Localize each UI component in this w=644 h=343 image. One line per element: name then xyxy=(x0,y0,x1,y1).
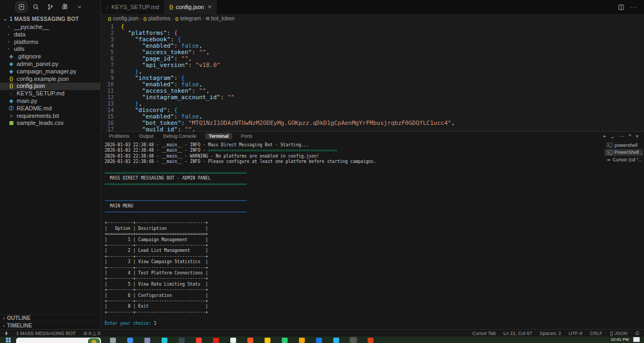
terminal-line: Enter your choice: 1 xyxy=(105,321,603,326)
sidebar-item--gitignore[interactable]: ◈.gitignore xyxy=(0,53,100,61)
search-icon[interactable] xyxy=(31,2,41,12)
braces-icon: {} xyxy=(108,16,111,21)
breadcrumb-item-platforms[interactable]: {}platforms xyxy=(143,16,170,21)
status-language-mode[interactable]: {} JSON xyxy=(610,331,627,336)
terminal-output[interactable]: 2026-01-03 22:38:48 - __main__ - INFO - … xyxy=(105,143,603,329)
sidebar-item-main-py[interactable]: ◆main.py xyxy=(0,98,100,105)
file-label: data xyxy=(14,31,25,39)
taskbar-app-icon-6[interactable] xyxy=(196,338,202,343)
status-remote-indicator[interactable] xyxy=(4,331,9,336)
activity-bar xyxy=(0,0,100,14)
panel-tab-debug-console[interactable]: Debug Console xyxy=(162,133,197,139)
tab-label: KEYS_SETUP.md xyxy=(112,4,159,10)
terminal-line: 2026-01-03 22:38:48 - __main__ - WARNING… xyxy=(105,154,603,159)
code-editor[interactable]: 1{2 "platforms": {3 "facebook": {4 "enab… xyxy=(101,24,644,131)
more-actions-icon[interactable]: ··· xyxy=(630,4,638,10)
taskbar-app-icon-13[interactable] xyxy=(316,338,322,343)
taskbar-app-icon-8[interactable] xyxy=(230,338,236,343)
sidebar-section-outline[interactable]: ›OUTLINE xyxy=(0,314,100,322)
line-number: 6 xyxy=(101,56,121,62)
start-button[interactable] xyxy=(3,337,13,343)
panel-actions: + ⌄ ··· ^ × xyxy=(603,133,644,139)
taskbar-app-icon-5[interactable] xyxy=(179,338,185,343)
files-icon[interactable] xyxy=(16,2,27,12)
panel-tab-output[interactable]: Output xyxy=(138,133,155,139)
sidebar-item-requirements-txt[interactable]: ≡requirements.txt xyxy=(0,113,100,120)
panel-tab-problems[interactable]: Problems xyxy=(108,133,130,139)
taskbar-app-icon-7[interactable] xyxy=(213,338,219,343)
cursor-window: ⌄ 1 MASS MESSAGING BOT ›__pycache__›data… xyxy=(0,0,644,337)
taskbar-app-icon-9[interactable] xyxy=(247,338,253,343)
extensions-icon[interactable] xyxy=(60,2,70,12)
status-encoding[interactable]: UTF-8 xyxy=(568,331,582,336)
terminal-dropdown-icon[interactable]: ⌄ xyxy=(610,133,614,139)
breadcrumb-item-bot-token[interactable]: ⊟bot_token xyxy=(206,16,235,21)
taskbar-app-icon-14[interactable] xyxy=(333,338,339,343)
sidebar-item-utils[interactable]: ›utils xyxy=(0,46,100,53)
status-notifications[interactable] xyxy=(635,331,640,335)
status-problems-counts[interactable]: ⊘ 0 △ 0 xyxy=(83,331,100,336)
taskbar-app-icon-10[interactable] xyxy=(265,338,270,343)
breadcrumb-item-telegram[interactable]: {}telegram xyxy=(175,16,201,21)
tab-label: config.json xyxy=(176,4,204,10)
sidebar-item-sample-leads-csv[interactable]: ▦sample_leads.csv xyxy=(0,120,100,127)
chevron-down-icon[interactable] xyxy=(74,2,85,12)
taskbar-app-icon-4[interactable] xyxy=(162,338,167,343)
tab-config.json[interactable]: {}config.json× xyxy=(165,0,217,14)
status-workspace-name[interactable]: 1 MASS MESSAGING BOT xyxy=(16,331,76,336)
taskbar-app-icon-1[interactable] xyxy=(110,338,116,343)
breadcrumb-item-config-json[interactable]: {}config.json xyxy=(108,16,138,21)
status-indentation[interactable]: Spaces: 2 xyxy=(539,331,561,336)
terminal-instance[interactable]: ∞Cursor (cd "... xyxy=(604,156,643,163)
infinity-icon: ∞ xyxy=(606,157,611,162)
sidebar-item--pycache-[interactable]: ›__pycache__ xyxy=(0,24,100,31)
sidebar-item-admin-panel-py[interactable]: ◆admin_panel.py xyxy=(0,61,100,68)
workspace-folder-label: 1 MASS MESSAGING BOT xyxy=(10,16,79,22)
new-terminal-icon[interactable]: + xyxy=(603,133,606,139)
terminal-instance[interactable]: >_PowerShell ... xyxy=(604,149,643,156)
panel-maximize-icon[interactable]: ^ xyxy=(628,133,631,139)
taskbar-app-icon-15[interactable] xyxy=(350,338,356,343)
taskbar-app-icon-16[interactable] xyxy=(368,338,374,343)
sidebar-item-keys-setup-md[interactable]: ↓KEYS_SETUP.md xyxy=(0,90,100,98)
braces-icon: {} xyxy=(175,16,178,21)
line-number: 16 xyxy=(101,120,121,126)
sidebar-item-config-json[interactable]: {}config.json xyxy=(0,83,100,90)
terminal-instance[interactable]: >_powershell xyxy=(604,141,643,149)
file-label: admin_panel.py xyxy=(17,61,58,68)
sidebar-item-data[interactable]: ›data xyxy=(0,31,100,39)
status-cursor-tab[interactable]: Cursor Tab xyxy=(472,331,496,336)
file-label: __pycache__ xyxy=(14,24,49,31)
taskbar-app-icon-12[interactable] xyxy=(299,338,305,343)
taskbar-icons xyxy=(110,338,374,343)
taskbar-app-icon-2[interactable] xyxy=(127,338,133,343)
terminal-line: +----------+---------------------------+ xyxy=(105,220,603,226)
taskbar-clock[interactable]: 10:41 PM xyxy=(611,337,629,342)
sidebar-item-campaign-manager-py[interactable]: ◆campaign_manager.py xyxy=(0,68,100,76)
taskbar-search-box[interactable] xyxy=(16,338,101,343)
close-icon[interactable]: × xyxy=(208,3,211,11)
taskbar-app-icon-3[interactable] xyxy=(144,338,150,343)
status-eol[interactable]: CRLF xyxy=(590,331,603,336)
panel-tab-ports[interactable]: Ports xyxy=(240,133,253,139)
sidebar-item-platforms[interactable]: ›platforms xyxy=(0,39,100,46)
tab-keys_setup.md[interactable]: ↓KEYS_SETUP.md xyxy=(101,0,165,14)
sidebar-item-readme-md[interactable]: ⓘREADME.md xyxy=(0,105,100,113)
terminal-line: | Option | Description | xyxy=(105,226,603,232)
split-editor-icon[interactable] xyxy=(618,4,625,11)
status-cursor-position[interactable]: Ln 21, Col 67 xyxy=(503,331,532,336)
panel-tab-terminal[interactable]: Terminal xyxy=(205,133,232,139)
breadcrumb-separator: › xyxy=(140,16,142,21)
taskbar-app-icon-11[interactable] xyxy=(282,338,288,343)
workspace-folder-header[interactable]: ⌄ 1 MASS MESSAGING BOT xyxy=(0,14,100,24)
show-desktop-button[interactable] xyxy=(633,337,640,342)
sidebar-section-timeline[interactable]: ›TIMELINE xyxy=(0,322,100,329)
sidebar-item-config-example-json[interactable]: {}config.example.json xyxy=(0,76,100,83)
terminal-line: +----------+---------------------------+ xyxy=(105,276,603,281)
panel-more-icon[interactable]: ··· xyxy=(619,133,624,139)
git-icon: ◈ xyxy=(8,53,15,61)
line-number: 9 xyxy=(101,75,121,81)
panel-close-icon[interactable]: × xyxy=(635,133,639,139)
line-number: 3 xyxy=(101,36,121,43)
source-control-icon[interactable] xyxy=(45,2,56,12)
